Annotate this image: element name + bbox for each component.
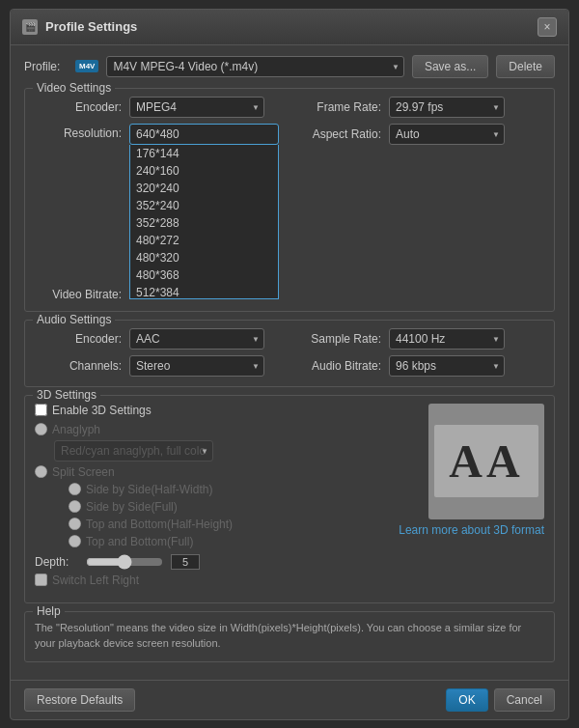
resolution-option-352b[interactable]: 352*288 xyxy=(130,214,278,232)
side-by-side-full-radio[interactable] xyxy=(69,500,81,513)
sample-rate-row: Sample Rate: 44100 Hz 22050 Hz 48000 Hz xyxy=(294,328,544,350)
video-settings-left: Encoder: MPEG4 H.264 H.265 Resolution: xyxy=(35,97,285,301)
help-text: The "Resolution" means the video size in… xyxy=(35,620,544,652)
resolution-select[interactable]: 640*480 xyxy=(129,124,279,145)
resolution-option-240[interactable]: 240*160 xyxy=(130,162,278,180)
learn-more-link[interactable]: Learn more about 3D format xyxy=(399,523,544,537)
audio-settings-left: Encoder: AAC MP3 Channels: Stereo xyxy=(35,328,285,377)
top-bottom-half-label[interactable]: Top and Bottom(Half-Height) xyxy=(86,518,233,531)
dialog-title: Profile Settings xyxy=(45,19,137,34)
split-screen-radio[interactable] xyxy=(35,465,47,478)
help-title: Help xyxy=(33,604,65,618)
resolution-option-480c[interactable]: 480*368 xyxy=(130,266,278,284)
audio-bitrate-row: Audio Bitrate: 96 kbps 128 kbps 192 kbps xyxy=(294,355,544,377)
3d-left: Enable 3D Settings Anaglyph Red/cyan ana… xyxy=(35,404,389,593)
3d-settings-section: 3D Settings Enable 3D Settings Anaglyph xyxy=(24,395,555,603)
resolution-option-320[interactable]: 320*240 xyxy=(130,180,278,197)
side-by-side-full-label[interactable]: Side by Side(Full) xyxy=(86,500,178,514)
resolution-option-480a[interactable]: 480*272 xyxy=(130,232,278,249)
audio-encoder-label: Encoder: xyxy=(35,332,122,346)
top-bottom-full-row: Top and Bottom(Full) xyxy=(69,535,389,548)
depth-value-input[interactable] xyxy=(171,554,200,570)
enable-3d-checkbox[interactable] xyxy=(35,404,47,416)
3d-right-col: AA Learn more about 3D format xyxy=(399,404,544,593)
resolution-label: Resolution: xyxy=(35,126,122,140)
resolution-dropdown-list[interactable]: 176*144 240*160 320*240 352*240 352*288 … xyxy=(129,145,279,299)
depth-slider[interactable] xyxy=(86,554,163,570)
resolution-option-512[interactable]: 512*384 xyxy=(130,284,278,299)
top-bottom-full-label[interactable]: Top and Bottom(Full) xyxy=(86,535,193,548)
anaglyph-radio[interactable] xyxy=(35,423,47,435)
split-screen-row: Split Screen xyxy=(35,465,389,479)
resolution-option-176[interactable]: 176*144 xyxy=(130,145,278,162)
anaglyph-option-select[interactable]: Red/cyan anaglyph, full color xyxy=(54,440,213,462)
split-screen-label[interactable]: Split Screen xyxy=(52,465,115,479)
audio-encoder-select[interactable]: AAC MP3 xyxy=(129,328,264,350)
sample-rate-label: Sample Rate: xyxy=(294,332,381,346)
anaglyph-option-row: Red/cyan anaglyph, full color xyxy=(54,440,389,462)
close-button[interactable]: × xyxy=(538,17,557,37)
3d-content: Enable 3D Settings Anaglyph Red/cyan ana… xyxy=(35,404,544,593)
encoder-select-wrapper: MPEG4 H.264 H.265 xyxy=(129,97,264,118)
profile-row: Profile: M4V M4V MPEG-4 Video (*.m4v) Sa… xyxy=(24,55,555,78)
switch-lr-label[interactable]: Switch Left Right xyxy=(52,574,139,587)
audio-settings-title: Audio Settings xyxy=(33,313,115,326)
title-bar-left: 🎬 Profile Settings xyxy=(22,19,137,35)
frame-rate-label: Frame Rate: xyxy=(294,100,381,114)
bottom-bar: Restore Defaults OK Cancel xyxy=(11,680,568,719)
top-bottom-half-radio[interactable] xyxy=(69,518,81,530)
side-by-side-half-row: Side by Side(Half-Width) xyxy=(69,483,389,496)
title-bar: 🎬 Profile Settings × xyxy=(11,10,568,45)
cancel-button[interactable]: Cancel xyxy=(494,688,555,712)
resolution-select-wrapper: 640*480 xyxy=(129,124,279,145)
enable-3d-row: Enable 3D Settings xyxy=(35,404,389,417)
resolution-row: Resolution: 640*480 176*144 240*160 xyxy=(35,124,285,145)
switch-lr-row: Switch Left Right xyxy=(35,574,389,587)
video-settings-section: Video Settings Encoder: MPEG4 H.264 H.26… xyxy=(24,88,555,312)
top-bottom-full-radio[interactable] xyxy=(69,535,81,547)
anaglyph-label[interactable]: Anaglyph xyxy=(52,423,100,436)
profile-select[interactable]: M4V MPEG-4 Video (*.m4v) xyxy=(106,56,403,77)
anaglyph-option-wrapper: Red/cyan anaglyph, full color xyxy=(54,440,213,462)
video-settings-title: Video Settings xyxy=(33,81,115,95)
depth-row: Depth: xyxy=(35,554,389,570)
top-bottom-half-row: Top and Bottom(Half-Height) xyxy=(69,518,389,531)
delete-button[interactable]: Delete xyxy=(496,55,555,78)
encoder-select[interactable]: MPEG4 H.264 H.265 xyxy=(129,97,264,118)
channels-wrapper: Stereo Mono 5.1 xyxy=(129,355,264,377)
3d-preview-text: AA xyxy=(434,425,538,497)
encoder-label: Encoder: xyxy=(35,100,122,114)
3d-preview-box: AA xyxy=(428,404,544,519)
profile-format-icon: M4V xyxy=(75,60,98,72)
channels-select[interactable]: Stereo Mono 5.1 xyxy=(129,355,264,377)
audio-bitrate-wrapper: 96 kbps 128 kbps 192 kbps xyxy=(389,355,505,377)
restore-defaults-button[interactable]: Restore Defaults xyxy=(24,688,135,712)
enable-3d-label[interactable]: Enable 3D Settings xyxy=(52,404,152,417)
aspect-ratio-select[interactable]: Auto 4:3 16:9 xyxy=(389,124,505,145)
frame-rate-select[interactable]: 29.97 fps 25 fps 30 fps xyxy=(389,97,505,118)
audio-bitrate-select[interactable]: 96 kbps 128 kbps 192 kbps xyxy=(389,355,505,377)
aspect-ratio-select-wrapper: Auto 4:3 16:9 xyxy=(389,124,505,145)
resolution-option-352a[interactable]: 352*240 xyxy=(130,197,278,214)
frame-rate-row: Frame Rate: 29.97 fps 25 fps 30 fps xyxy=(294,97,544,118)
depth-label: Depth: xyxy=(35,555,78,569)
sample-rate-wrapper: 44100 Hz 22050 Hz 48000 Hz xyxy=(389,328,505,350)
help-section: Help The "Resolution" means the video si… xyxy=(24,611,555,662)
frame-rate-select-wrapper: 29.97 fps 25 fps 30 fps xyxy=(389,97,505,118)
side-by-side-half-label[interactable]: Side by Side(Half-Width) xyxy=(86,483,212,496)
save-as-button[interactable]: Save as... xyxy=(412,55,488,78)
audio-encoder-row: Encoder: AAC MP3 xyxy=(35,328,285,350)
video-settings-right: Frame Rate: 29.97 fps 25 fps 30 fps Aspe… xyxy=(294,97,544,145)
profile-select-wrapper: M4V MPEG-4 Video (*.m4v) xyxy=(106,56,403,77)
audio-bitrate-label: Audio Bitrate: xyxy=(294,359,381,373)
3d-settings-title: 3D Settings xyxy=(33,388,100,402)
resolution-dropdown-container: 640*480 176*144 240*160 320*240 352*240 … xyxy=(129,124,279,145)
ok-button[interactable]: OK xyxy=(446,688,487,712)
switch-lr-checkbox[interactable] xyxy=(35,574,47,586)
sample-rate-select[interactable]: 44100 Hz 22050 Hz 48000 Hz xyxy=(389,328,505,350)
dialog-content: Profile: M4V M4V MPEG-4 Video (*.m4v) Sa… xyxy=(11,45,568,680)
profile-label: Profile: xyxy=(24,60,68,73)
app-icon: 🎬 xyxy=(22,19,38,35)
resolution-option-480b[interactable]: 480*320 xyxy=(130,249,278,266)
side-by-side-half-radio[interactable] xyxy=(69,483,81,495)
